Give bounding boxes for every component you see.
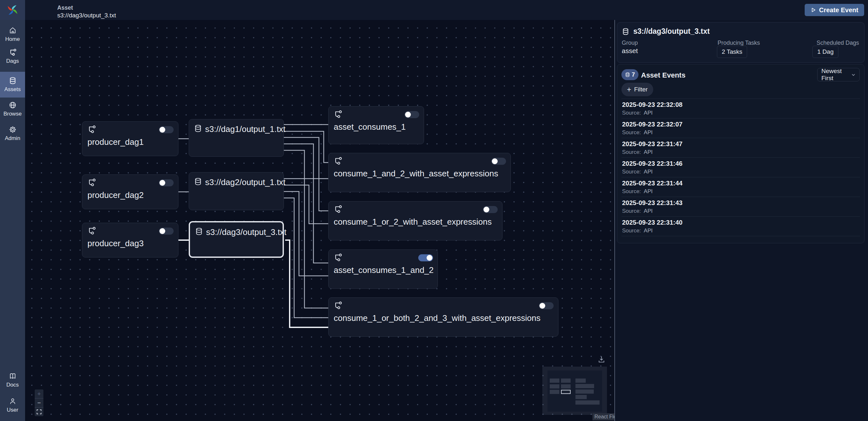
sidebar-item-label: Browse bbox=[3, 111, 22, 117]
dag-pause-toggle[interactable] bbox=[404, 111, 419, 118]
sidebar-item-docs[interactable]: Docs bbox=[0, 371, 25, 389]
event-timestamp: 2025-09-23 22:32:07 bbox=[622, 121, 859, 128]
chevron-down-icon bbox=[851, 73, 856, 77]
dag-pause-toggle[interactable] bbox=[159, 126, 174, 133]
database-icon bbox=[195, 227, 203, 235]
dag-icon bbox=[333, 205, 342, 214]
zoom-out-button[interactable]: − bbox=[35, 398, 43, 408]
sidebar-item-user[interactable]: User bbox=[0, 396, 25, 415]
dag-icon bbox=[333, 157, 342, 165]
producing-tasks-value[interactable]: 2 Tasks bbox=[717, 46, 747, 58]
node-label: consume_1_or_both_2_and_3_with_asset_exp… bbox=[334, 313, 540, 323]
minimap-node bbox=[576, 400, 599, 404]
graph-node-producer-dag2[interactable]: producer_dag2 bbox=[82, 174, 179, 209]
dag-pause-toggle[interactable] bbox=[159, 179, 174, 186]
create-event-button[interactable]: Create Event bbox=[805, 4, 864, 16]
graph-node-asset-consumes-1-and-2[interactable]: asset_consumes_1_and_2 bbox=[328, 249, 438, 289]
asset-details-panel: s3://dag3/output_3.txt Group Producing T… bbox=[614, 20, 868, 421]
event-source: Source:API bbox=[622, 149, 859, 156]
asset-event-row[interactable]: 2025-09-23 22:31:44 Source:API bbox=[621, 177, 860, 197]
home-icon bbox=[9, 26, 17, 34]
plus-icon: + bbox=[627, 86, 631, 93]
asset-event-row[interactable]: 2025-09-23 22:31:47 Source:API bbox=[621, 138, 860, 158]
sidebar-item-label: Home bbox=[5, 36, 20, 43]
fit-view-icon bbox=[37, 410, 41, 414]
event-source: Source:API bbox=[622, 188, 859, 195]
zoom-in-button[interactable]: + bbox=[35, 389, 43, 398]
graph-node-consume-1-or-both-2-and-3[interactable]: consume_1_or_both_2_and_3_with_asset_exp… bbox=[328, 298, 558, 337]
dag-icon bbox=[333, 301, 342, 310]
sort-order-select[interactable]: Newest First bbox=[817, 68, 860, 81]
asset-event-row[interactable]: 2025-09-23 22:31:46 Source:API bbox=[621, 158, 860, 177]
sidebar-item-label: Dags bbox=[6, 58, 19, 64]
graph-minimap[interactable] bbox=[542, 367, 607, 415]
minimap-node bbox=[576, 389, 594, 394]
download-image-icon[interactable] bbox=[597, 355, 606, 364]
fit-view-button[interactable] bbox=[35, 408, 43, 416]
group-label: Group bbox=[622, 39, 638, 46]
play-icon bbox=[810, 7, 816, 13]
node-label: producer_dag2 bbox=[88, 190, 144, 200]
node-label: s3://dag3/output_3.txt bbox=[206, 227, 286, 237]
graph-node-consume-1-and-2[interactable]: consume_1_and_2_with_asset_expressions bbox=[328, 153, 511, 192]
globe-icon bbox=[9, 101, 17, 109]
airflow-logo[interactable] bbox=[0, 0, 25, 20]
dag-icon bbox=[87, 125, 96, 134]
asset-events-title: Asset Events bbox=[641, 71, 685, 80]
asset-event-list: 2025-09-23 22:32:08 Source:API 2025-09-2… bbox=[621, 99, 860, 236]
asset-events-card: 7 Asset Events Newest First + Filter 202… bbox=[617, 64, 865, 243]
asset-event-row[interactable]: 2025-09-23 22:32:08 Source:API bbox=[621, 99, 860, 118]
book-icon bbox=[9, 372, 17, 380]
node-label: asset_consumes_1_and_2 bbox=[334, 265, 434, 275]
graph-node-producer-dag1[interactable]: producer_dag1 bbox=[82, 121, 179, 156]
dag-icon bbox=[9, 48, 17, 56]
node-label: producer_dag3 bbox=[88, 238, 144, 249]
sidebar-item-admin[interactable]: Admin bbox=[0, 124, 25, 143]
asset-graph-canvas[interactable] bbox=[25, 20, 614, 421]
database-icon bbox=[194, 177, 202, 186]
dag-pause-toggle[interactable] bbox=[539, 302, 554, 309]
dag-pause-toggle[interactable] bbox=[159, 228, 174, 235]
breadcrumb-section: Asset bbox=[57, 4, 73, 11]
minimap-node bbox=[576, 378, 586, 383]
graph-node-asset-dag2-output[interactable]: s3://dag2/output_1.txt bbox=[189, 172, 284, 210]
database-icon bbox=[9, 77, 17, 85]
dag-icon bbox=[333, 253, 342, 262]
scheduled-dags-value[interactable]: 1 Dag bbox=[812, 46, 838, 58]
dag-pause-toggle[interactable] bbox=[483, 206, 498, 213]
event-source: Source:API bbox=[622, 169, 859, 175]
sidebar-item-home[interactable]: Home bbox=[0, 25, 25, 44]
graph-node-asset-dag3-output-selected[interactable]: s3://dag3/output_3.txt bbox=[189, 221, 284, 258]
event-timestamp: 2025-09-23 22:31:40 bbox=[622, 219, 859, 226]
graph-node-producer-dag3[interactable]: producer_dag3 bbox=[82, 223, 179, 257]
minimap-node bbox=[576, 384, 594, 388]
event-timestamp: 2025-09-23 22:31:44 bbox=[622, 179, 859, 187]
minimap-node bbox=[576, 395, 587, 399]
dag-pause-toggle[interactable] bbox=[418, 254, 433, 261]
dag-icon bbox=[333, 110, 342, 119]
filter-label: Filter bbox=[634, 86, 648, 93]
asset-event-row[interactable]: 2025-09-23 22:32:07 Source:API bbox=[621, 118, 860, 138]
event-source: Source:API bbox=[622, 208, 859, 214]
graph-node-asset-consumes-1[interactable]: asset_consumes_1 bbox=[328, 106, 424, 144]
top-header: Asset s3://dag3/output_3.txt Create Even… bbox=[25, 0, 868, 20]
asset-event-row[interactable]: 2025-09-23 22:31:40 Source:API bbox=[621, 217, 860, 236]
graph-node-asset-dag1-output[interactable]: s3://dag1/output_1.txt bbox=[189, 119, 284, 157]
dag-icon bbox=[87, 226, 96, 235]
sidebar-nav: Home Dags Assets Browse bbox=[0, 0, 25, 421]
asset-event-row[interactable]: 2025-09-23 22:31:43 Source:API bbox=[621, 197, 860, 217]
minimap-node bbox=[550, 390, 559, 394]
sidebar-item-dags[interactable]: Dags bbox=[0, 47, 25, 66]
graph-node-consume-1-or-2[interactable]: consume_1_or_2_with_asset_expressions bbox=[328, 201, 502, 241]
sidebar-item-assets[interactable]: Assets bbox=[0, 72, 25, 97]
filter-button[interactable]: + Filter bbox=[621, 83, 653, 96]
event-timestamp: 2025-09-23 22:31:43 bbox=[622, 199, 859, 207]
sort-order-value: Newest First bbox=[822, 67, 851, 82]
sidebar-item-label: Docs bbox=[6, 382, 19, 388]
group-value: asset bbox=[622, 47, 638, 55]
sidebar-item-browse[interactable]: Browse bbox=[0, 100, 25, 118]
toggle-knob bbox=[492, 158, 498, 164]
user-icon bbox=[9, 397, 17, 405]
breadcrumb-asset-path: s3://dag3/output_3.txt bbox=[57, 12, 116, 19]
dag-pause-toggle[interactable] bbox=[491, 158, 506, 165]
